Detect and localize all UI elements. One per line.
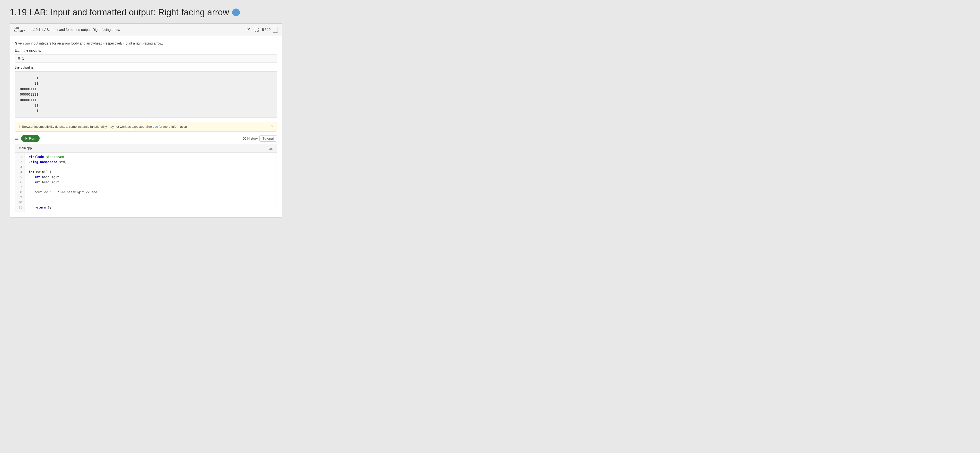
description-text: Given two input integers for an arrow bo… — [15, 41, 277, 46]
warning-bar: ℹ Browser incompatibility detected, some… — [15, 122, 277, 132]
title-text: 1.19 LAB: Input and formatted output: Ri… — [10, 7, 229, 18]
history-button[interactable]: History — [243, 137, 258, 140]
toolbar-right: History Tutorial — [243, 135, 277, 142]
title-badge — [232, 8, 240, 16]
warning-text: Browser incompatibility detected, some i… — [22, 125, 269, 128]
header-divider — [28, 26, 28, 33]
editor-toolbar: ☰ Run History — [15, 135, 277, 142]
code-area[interactable]: 1 2 3 4 5 6 7 8 9 10 11 #include <i — [15, 153, 277, 212]
activity-title: 1.19.1: LAB: Input and formatted output:… — [31, 28, 243, 32]
editor-tab-actions: ☁ — [268, 145, 273, 151]
warning-close-button[interactable]: × — [271, 124, 273, 129]
output-box: 1 11 00000111 000001111 00000111 11 1 — [15, 71, 277, 118]
external-link-icon[interactable] — [245, 27, 251, 33]
code-editor: main.cpp ☁ 1 2 3 4 5 6 7 — [15, 144, 277, 212]
lab-body: Given two input integers for an arrow bo… — [10, 36, 282, 217]
example-intro: Ex: If the input is: — [15, 48, 277, 52]
play-icon — [25, 137, 27, 140]
lab-card: LAB ACTIVITY 1.19.1: LAB: Input and form… — [10, 23, 282, 217]
editor-tab: main.cpp ☁ — [15, 144, 277, 153]
page-title: 1.19 LAB: Input and formatted output: Ri… — [10, 7, 282, 18]
tutorial-button[interactable]: Tutorial — [259, 135, 277, 142]
lab-activity-label: LAB ACTIVITY — [14, 27, 25, 33]
output-intro: the output is: — [15, 65, 277, 69]
history-icon — [243, 137, 246, 140]
expand-icon[interactable] — [254, 27, 259, 33]
run-button[interactable]: Run — [21, 135, 40, 142]
file-icon[interactable]: ☰ — [15, 136, 19, 141]
code-content[interactable]: #include <iostream> using namespace std;… — [25, 153, 277, 212]
cloud-save-icon[interactable]: ☁ — [268, 145, 273, 151]
score-display: 5 / 10 — [262, 28, 270, 32]
bookmark-icon[interactable] — [273, 27, 278, 33]
example-input: 0 1 — [15, 54, 277, 62]
line-numbers: 1 2 3 4 5 6 7 8 9 10 11 — [15, 153, 25, 212]
warning-icon: ℹ — [19, 124, 20, 129]
toolbar-left: ☰ Run — [15, 135, 40, 142]
filename-label: main.cpp — [19, 146, 32, 150]
header-actions: 5 / 10 — [245, 27, 278, 33]
doc-link[interactable]: doc — [153, 125, 158, 128]
lab-header: LAB ACTIVITY 1.19.1: LAB: Input and form… — [10, 24, 282, 36]
